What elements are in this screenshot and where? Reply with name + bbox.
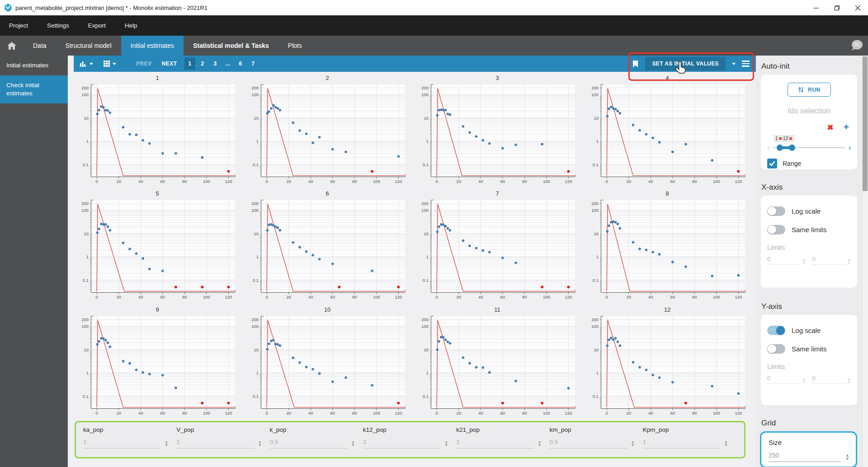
add-ids-icon[interactable]: + [844, 123, 849, 132]
param-spinner[interactable]: ▲▼ [351, 440, 355, 447]
slider-handle-min[interactable] [777, 145, 783, 151]
plot-cell-12[interactable]: 122001001010.1020406080100120 [582, 304, 752, 420]
svg-text:20: 20 [116, 179, 121, 184]
slider-right-arrow[interactable]: › [849, 144, 851, 151]
remove-chip-icon[interactable]: ✖ [789, 136, 793, 141]
bookmark-icon[interactable] [632, 60, 639, 68]
page-button-7[interactable]: 7 [248, 58, 259, 70]
menu-item-project[interactable]: Project [9, 22, 28, 29]
grid-layout-button[interactable] [103, 60, 116, 67]
tab-plots[interactable]: Plots [278, 36, 311, 56]
slider-left-arrow[interactable]: ‹ [767, 144, 769, 151]
sidebar-item-check-initial-estimates[interactable]: Check initial estimates [0, 75, 68, 103]
param-value-input[interactable]: 1 [456, 439, 534, 448]
plot-cell-11[interactable]: 112001001010.1020406080100120 [412, 304, 582, 420]
svg-text:60: 60 [670, 294, 675, 299]
size-spinner[interactable]: ▲▼ [845, 453, 849, 461]
sidebar-item-initial-estimates[interactable]: Initial estimates [0, 56, 68, 75]
xaxis-limit-min-input[interactable]: 0 [767, 256, 801, 265]
plot-cell-3[interactable]: 32001001010.1020406080100120 [412, 73, 582, 188]
plot-cell-1[interactable]: 12001001010.1020406080100120 [72, 73, 242, 188]
param-spinner[interactable]: ▲▼ [631, 440, 635, 447]
menu-item-settings[interactable]: Settings [47, 22, 69, 29]
range-checkbox[interactable] [767, 159, 777, 168]
yaxis-min-spinner[interactable]: ▲▼ [802, 378, 806, 384]
plot-cell-9[interactable]: 92001001010.1020406080100120 [72, 304, 242, 420]
xaxis-same-limits-toggle[interactable] [767, 225, 785, 234]
xaxis-log-scale-toggle[interactable] [767, 206, 785, 216]
chat-bubble-icon[interactable] [850, 36, 868, 56]
svg-text:1: 1 [426, 255, 429, 260]
observation-dot [175, 386, 177, 389]
slider-handle-max[interactable] [789, 145, 795, 151]
panel-scrollbar[interactable] [862, 56, 868, 467]
yaxis-same-limits-toggle[interactable] [767, 344, 785, 354]
size-input[interactable]: 250 [769, 452, 841, 462]
svg-text:120: 120 [225, 294, 232, 299]
xaxis-limit-max-input[interactable]: 0 [812, 256, 846, 265]
scrollbar-thumb[interactable] [863, 56, 868, 191]
param-label: Kpm_pop [643, 426, 728, 433]
svg-text:200: 200 [591, 85, 599, 90]
param-value-input[interactable]: 1 [176, 439, 254, 448]
tab-initial-estimates[interactable]: Initial estimates [121, 36, 184, 56]
next-page-button[interactable]: NEXT [162, 61, 177, 67]
plot-cell-2[interactable]: 22001001010.1020406080100120 [242, 73, 412, 188]
plot-cell-10[interactable]: 102001001010.1020406080100120 [242, 304, 412, 420]
home-button[interactable] [0, 36, 24, 56]
param-spinner[interactable]: ▲▼ [165, 440, 168, 447]
svg-text:120: 120 [395, 294, 402, 299]
menu-icon[interactable] [742, 61, 750, 66]
set-as-initial-values-button[interactable]: SET AS INITIAL VALUES [645, 57, 726, 70]
observation-dot [440, 336, 443, 338]
censored-dot [227, 286, 230, 289]
restore-button[interactable] [826, 0, 847, 15]
param-spinner[interactable]: ▲▼ [538, 440, 541, 447]
page-button-3[interactable]: 3 [210, 58, 221, 70]
yaxis-log-scale-toggle[interactable] [767, 326, 785, 335]
yaxis-max-spinner[interactable]: ▲▼ [847, 378, 851, 384]
param-value-input[interactable]: 1 [643, 439, 721, 448]
xaxis-max-spinner[interactable]: ▲▼ [847, 258, 851, 265]
slider-track[interactable] [773, 147, 845, 148]
svg-text:10: 10 [594, 231, 599, 236]
plot-cell-4[interactable]: 42001001010.1020406080100120 [582, 73, 752, 188]
param-spinner[interactable]: ▲▼ [258, 440, 262, 447]
svg-text:1: 1 [86, 370, 89, 375]
chart-type-button[interactable] [79, 60, 93, 67]
page-button-6[interactable]: 6 [235, 58, 246, 70]
minimize-button[interactable] [806, 0, 826, 15]
svg-text:100: 100 [251, 324, 259, 329]
clear-ids-icon[interactable]: ✖ [827, 123, 833, 132]
close-button[interactable] [847, 0, 868, 15]
yaxis-limit-max-input[interactable]: 0 [812, 375, 846, 384]
tab-statistical-model-tasks[interactable]: Statistical model & Tasks [184, 36, 278, 56]
run-button[interactable]: RUN [788, 83, 831, 97]
tab-structural-model[interactable]: Structural model [56, 36, 121, 56]
observation-dot [272, 104, 275, 107]
plot-cell-5[interactable]: 52001001010.1020406080100120 [72, 188, 242, 304]
param-value-input[interactable]: 2 [363, 439, 441, 448]
menu-item-export[interactable]: Export [88, 22, 106, 29]
param-value-input[interactable]: 0.5 [549, 439, 627, 448]
page-button-1[interactable]: 1 [184, 58, 195, 70]
xaxis-min-spinner[interactable]: ▲▼ [802, 258, 806, 265]
page-button-2[interactable]: 2 [197, 58, 208, 70]
prev-page-button[interactable]: PREV [136, 61, 152, 67]
plot-cell-7[interactable]: 72001001010.1020406080100120 [412, 188, 582, 304]
plot-cell-6[interactable]: 62001001010.1020406080100120 [242, 188, 412, 304]
param-value-input[interactable]: 1 [83, 439, 161, 448]
param-spinner[interactable]: ▲▼ [724, 440, 728, 447]
plot-title: 12 [664, 304, 670, 313]
observation-dot [612, 107, 615, 110]
param-value-input[interactable]: 0.5 [270, 439, 348, 448]
tab-data[interactable]: Data [24, 36, 56, 56]
menu-item-help[interactable]: Help [125, 22, 137, 29]
yaxis-limit-min-input[interactable]: 0 [767, 375, 801, 384]
param-spinner[interactable]: ▲▼ [444, 440, 448, 447]
remove-chip-icon[interactable]: ✖ [779, 136, 783, 141]
plot-cell-8[interactable]: 82001001010.1020406080100120 [582, 188, 752, 304]
svg-text:0.1: 0.1 [423, 162, 429, 167]
observation-dot [448, 113, 451, 116]
set-values-dropdown-button[interactable] [732, 63, 736, 65]
